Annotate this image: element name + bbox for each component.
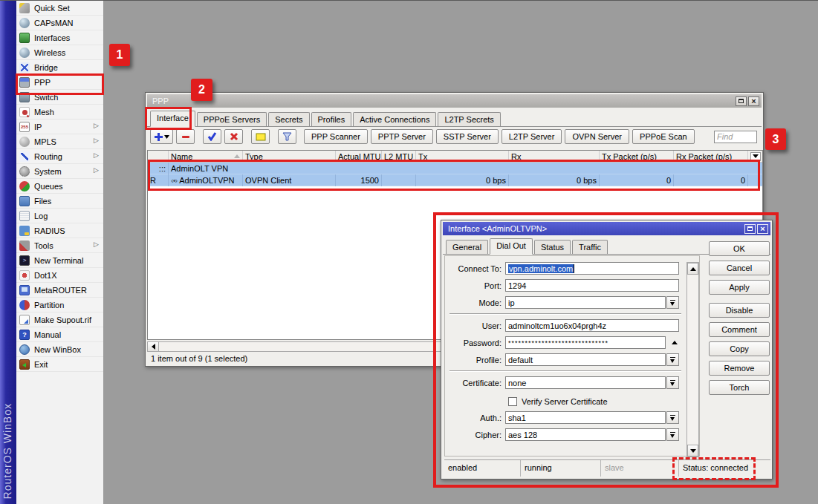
certificate-input[interactable]: none: [505, 376, 666, 389]
pppoe-scan-button[interactable]: PPPoE Scan: [632, 129, 695, 144]
tx-packet-column-header[interactable]: Tx Packet (p/s): [600, 151, 674, 162]
sidebar-item-label: MPLS: [34, 137, 56, 146]
close-icon[interactable]: ×: [748, 96, 759, 106]
sidebar-item-radius[interactable]: RADIUS: [16, 223, 103, 238]
verify-server-certificate-checkbox[interactable]: [508, 397, 517, 406]
tab-profiles[interactable]: Profiles: [311, 112, 352, 126]
tab-interface[interactable]: Interface: [150, 111, 195, 127]
sidebar-item-ip[interactable]: IP: [16, 120, 103, 134]
column-select-button[interactable]: [750, 152, 761, 161]
sidebar-item-make-supout[interactable]: Make Supout.rif: [16, 312, 103, 327]
comment-button[interactable]: [251, 129, 270, 144]
tab-dial-out[interactable]: Dial Out: [490, 238, 533, 255]
l2-mtu-column-header[interactable]: L2 MTU: [382, 151, 416, 162]
disable-button[interactable]: Disable: [709, 303, 770, 318]
sidebar-item-mpls[interactable]: MPLS: [16, 134, 103, 149]
find-input[interactable]: [714, 131, 757, 143]
sidebar-item-switch[interactable]: Switch: [16, 90, 103, 105]
sidebar-item-label: Mesh: [34, 108, 54, 117]
sidebar-item-queues[interactable]: Queues: [16, 179, 103, 194]
profile-input[interactable]: default: [505, 353, 666, 366]
sidebar-item-dot1x[interactable]: Dot1X: [16, 268, 103, 283]
sidebar-item-quick-set[interactable]: Quick Set: [16, 1, 103, 16]
close-icon[interactable]: ×: [757, 224, 768, 234]
dialog-titlebar[interactable]: Interface <AdminOLTVPN> ×: [443, 222, 770, 235]
table-row[interactable]: R AdminOLTVPN OVPN Client 1500 0 bps 0 b…: [148, 174, 762, 186]
connect-to-input[interactable]: vpn.adminolt.com: [505, 262, 679, 275]
tx-column-header[interactable]: Tx: [416, 151, 509, 162]
tab-general[interactable]: General: [446, 240, 488, 254]
auth-input[interactable]: sha1: [505, 411, 666, 424]
profile-dropdown-icon[interactable]: [666, 353, 679, 366]
sidebar-item-label: Quick Set: [34, 4, 70, 13]
ppp-window-titlebar[interactable]: PPP ×: [147, 94, 762, 108]
type-column-header[interactable]: Type: [243, 151, 336, 162]
remove-button[interactable]: [176, 129, 195, 144]
partition-icon: [19, 300, 30, 310]
sidebar-item-new-terminal[interactable]: New Terminal: [16, 253, 103, 268]
sstp-server-button[interactable]: SSTP Server: [436, 129, 499, 144]
cipher-dropdown-icon[interactable]: [666, 428, 679, 441]
sidebar-item-bridge[interactable]: Bridge: [16, 60, 103, 75]
vertical-scrollbar[interactable]: [686, 262, 699, 457]
rx-column-header[interactable]: Rx: [509, 151, 600, 162]
sidebar-item-tools[interactable]: Tools: [16, 238, 103, 253]
flag-column-header[interactable]: [148, 151, 169, 162]
comment-row[interactable]: ::: AdminOLT VPN: [148, 163, 762, 174]
certificate-dropdown-icon[interactable]: [666, 376, 679, 389]
enable-button[interactable]: [203, 129, 221, 144]
mode-dropdown-icon[interactable]: [666, 296, 679, 309]
tab-pppoe-servers[interactable]: PPPoE Servers: [197, 112, 267, 126]
sidebar-item-interfaces[interactable]: Interfaces: [16, 30, 103, 45]
ovpn-server-button[interactable]: OVPN Server: [565, 129, 629, 144]
name-column-header[interactable]: Name: [169, 151, 243, 162]
sidebar-item-manual[interactable]: Manual: [16, 327, 103, 342]
torch-button[interactable]: Torch: [709, 380, 770, 395]
auth-dropdown-icon[interactable]: [666, 411, 679, 424]
apply-button[interactable]: Apply: [709, 280, 770, 295]
tab-secrets[interactable]: Secrets: [268, 112, 309, 126]
filter-button[interactable]: [278, 129, 296, 144]
password-input[interactable]: ******************************: [505, 336, 666, 349]
sidebar-item-partition[interactable]: Partition: [16, 298, 103, 312]
sidebar-item-capsman[interactable]: CAPsMAN: [16, 16, 103, 30]
tab-active-connections[interactable]: Active Connections: [353, 112, 436, 126]
maximize-icon[interactable]: [736, 96, 747, 106]
mode-input[interactable]: ip: [505, 296, 666, 309]
sidebar-item-exit[interactable]: Exit: [16, 357, 103, 372]
port-input[interactable]: 1294: [505, 279, 679, 292]
copy-button[interactable]: Copy: [709, 341, 770, 356]
sidebar-item-mesh[interactable]: Mesh: [16, 105, 103, 120]
scroll-left-icon[interactable]: [148, 342, 159, 351]
l2tp-server-button[interactable]: L2TP Server: [501, 129, 562, 144]
tab-l2tp-secrets[interactable]: L2TP Secrets: [438, 112, 500, 126]
ppp-scanner-button[interactable]: PPP Scanner: [304, 129, 368, 144]
disable-button[interactable]: [224, 129, 243, 144]
sidebar-item-routing[interactable]: Routing: [16, 149, 103, 164]
comment-button[interactable]: Comment: [709, 322, 770, 337]
sidebar-item-log[interactable]: Log: [16, 209, 103, 223]
sidebar-item-wireless[interactable]: Wireless: [16, 45, 103, 60]
remove-button[interactable]: Remove: [709, 361, 770, 376]
switch-icon: [19, 92, 30, 102]
cipher-input[interactable]: aes 128: [505, 428, 666, 441]
sidebar-item-files[interactable]: Files: [16, 194, 103, 209]
user-input[interactable]: adminoltcm1uo6x04prgh4z: [505, 319, 679, 332]
sidebar-item-metarouter[interactable]: MetaROUTER: [16, 283, 103, 298]
tab-traffic[interactable]: Traffic: [572, 240, 608, 254]
add-button[interactable]: [150, 129, 173, 144]
ok-button[interactable]: OK: [709, 241, 770, 256]
password-reveal-icon[interactable]: [672, 341, 678, 344]
pptp-server-button[interactable]: PPTP Server: [371, 129, 433, 144]
sidebar-item-ppp[interactable]: PPP: [16, 75, 103, 90]
scroll-down-icon[interactable]: [687, 445, 698, 456]
sidebar-item-system[interactable]: System: [16, 164, 103, 179]
cancel-button[interactable]: Cancel: [709, 261, 770, 275]
tab-status[interactable]: Status: [534, 240, 571, 254]
rx-packet-column-header[interactable]: Rx Packet (p/s): [674, 151, 748, 162]
actual-mtu-column-header[interactable]: Actual MTU: [336, 151, 382, 162]
scroll-up-icon[interactable]: [687, 263, 698, 275]
interfaces-icon: [19, 33, 30, 43]
sidebar-item-new-winbox[interactable]: New WinBox: [16, 342, 103, 357]
maximize-icon[interactable]: [744, 224, 756, 234]
